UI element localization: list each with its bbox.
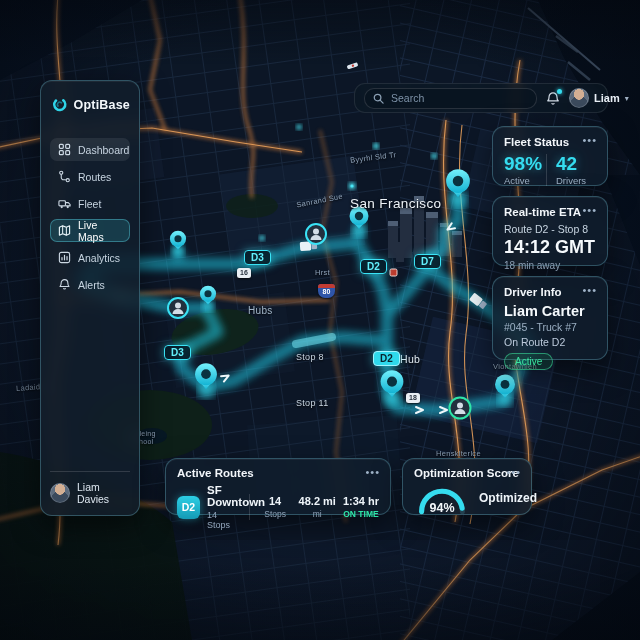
user-name: Liam [594,92,620,104]
route-badge-d2-hub[interactable]: D2 [373,351,400,366]
eta-panel: Real-time ETA ••• Route D2 - Stop 8 14:1… [492,196,608,266]
route-badge-d3[interactable]: D3 [244,250,271,265]
route-row[interactable]: D2 SF Downtown 14 Stops 14 Stops 48.2 mi… [177,484,379,530]
driver-vehicle: #045 - Truck #7 [504,321,596,333]
truck-icon [58,197,71,210]
interstate-shield-80: 80 [318,284,335,298]
brand-name: OptiBase [74,98,130,112]
driver-route: On Route D2 [504,336,596,348]
panel-title: Active Routes [177,467,379,479]
eta-away: 18 min away [504,260,596,271]
driver-marker [168,298,188,318]
sidebar-item-live-maps[interactable]: Live Maps [50,219,130,242]
score-value: 94% [414,501,470,515]
panel-menu-button[interactable]: ••• [582,206,597,214]
sidebar-user-avatar [50,483,70,503]
panel-menu-button[interactable]: ••• [582,136,597,144]
route-chip: D2 [177,496,200,519]
route-stat-stops: 14 Stops [259,495,292,519]
optibase-logo-icon [52,95,68,114]
street-label: Hensklterlce [436,449,481,458]
poi-marker [390,269,397,276]
sidebar-item-dashboard[interactable]: Dashboard [50,138,130,161]
hub-label: Hub [400,353,420,365]
sidebar-nav: Dashboard Routes Fleet [50,138,130,296]
search-box[interactable] [364,88,537,109]
divider [249,494,250,520]
route-sub: 14 Stops [207,510,240,530]
sidebar-item-alerts[interactable]: Alerts [50,273,130,296]
alerts-bell-icon [58,278,71,291]
road-shield-18: 18 [406,393,420,403]
app-window: San Francisco Byyrhl Sld Tr Sanrand Sue … [0,0,640,640]
status-badge: Active [504,353,553,370]
eta-route: Route D2 - Stop 8 [504,223,596,235]
route-name: SF Downtown [207,484,240,508]
notifications-button[interactable] [546,91,560,106]
street-label: Hrst [315,268,330,277]
map-icon [58,224,71,237]
driver-marker [306,224,326,244]
notification-dot [557,89,562,94]
routes-icon [58,170,71,183]
driver-name: Liam Carter [504,303,596,319]
driver-marker-active [450,398,471,419]
panel-menu-button[interactable]: ••• [365,468,380,476]
stop-label: Stop 8 [296,352,324,362]
search-input[interactable] [389,91,528,105]
panel-menu-button[interactable]: ••• [506,468,521,476]
fleet-status-panel: Fleet Status ••• 98% Active 42 Drivers [492,126,608,186]
sidebar-item-routes[interactable]: Routes [50,165,130,188]
user-avatar [569,88,589,108]
active-routes-panel: Active Routes ••• D2 SF Downtown 14 Stop… [165,458,391,515]
score-label: Optimized [479,491,537,505]
divider [546,154,547,186]
sidebar: OptiBase Dashboard Routes [40,80,140,516]
route-stat-eta: 1:34 hr ON TIME [343,495,379,519]
brand: OptiBase [50,95,130,114]
eta-time: 14:12 GMT [504,237,596,258]
sidebar-item-analytics[interactable]: Analytics [50,246,130,269]
fleet-drivers-stat: 42 Drivers [556,154,596,186]
score-gauge: 94% [414,481,470,515]
top-bar: Liam ▾ [354,83,608,113]
user-menu[interactable]: Liam ▾ [569,88,629,108]
panel-menu-button[interactable]: ••• [582,286,597,294]
road-shield-16: 16 [237,268,251,278]
dashboard-icon [58,143,71,156]
search-icon [373,93,384,104]
fleet-active-stat: 98% Active [504,154,544,186]
chevron-down-icon: ▾ [625,94,629,103]
stop-label: Stop 11 [296,398,328,408]
sidebar-item-fleet[interactable]: Fleet [50,192,130,215]
route-stat-distance: 48.2 mi mi [299,495,336,519]
city-label: San Francisco [350,196,442,211]
sidebar-user[interactable]: Liam Davies [50,471,130,505]
sidebar-user-name: Liam Davies [77,481,130,505]
area-label: Hubs [248,305,273,316]
analytics-icon [58,251,71,264]
route-badge-d7[interactable]: D7 [414,254,441,269]
driver-info-panel: Driver Info ••• Liam Carter #045 - Truck… [492,276,608,360]
route-badge-d2[interactable]: D2 [360,259,387,274]
route-badge-d3[interactable]: D3 [164,345,191,360]
optimization-panel: Optimization Score ••• 94% Optimized [402,458,532,515]
panel-title: Optimization Score [414,467,520,479]
